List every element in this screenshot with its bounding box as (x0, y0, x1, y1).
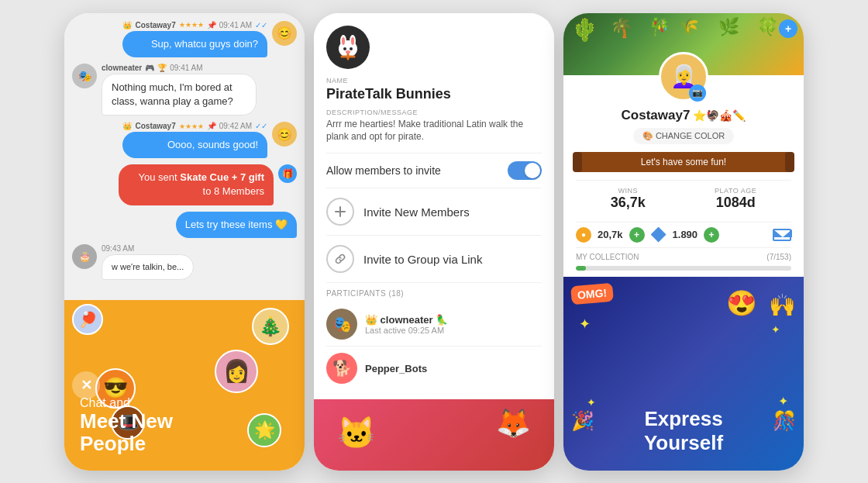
omg-sticker: OMG! (570, 282, 614, 305)
stars: ★★★★ (179, 21, 204, 29)
gift-bubble: You sent Skate Cue + 7 gift to 8 Members (119, 164, 274, 205)
avatar: 🎁 (278, 164, 297, 183)
check-icon: ✓✓ (255, 122, 267, 130)
profile-icons: ⭐🦃🎪✏️ (693, 109, 746, 122)
gem-icon (651, 227, 666, 243)
camera-badge[interactable]: 📷 (689, 85, 706, 102)
stats-row: WINS 36,7k PLATO AGE 1084d (576, 180, 791, 217)
msg-time: 09:43 AM (102, 244, 134, 253)
chat-messages[interactable]: 👑 Costaway7 ★★★★ 📌 09:41 AM ✓✓ Sup, what… (64, 13, 305, 300)
phone-2: NAME PirateTalk Bunnies DESCRIPTION/MESS… (314, 13, 554, 471)
phone1-content: 👑 Costaway7 ★★★★ 📌 09:41 AM ✓✓ Sup, what… (64, 13, 305, 471)
check-icon: ✓✓ (255, 21, 267, 29)
allow-members-toggle[interactable] (508, 161, 542, 180)
msg-time: 09:41 AM (170, 64, 202, 72)
collection-row: MY COLLECTION (7/153) (576, 247, 791, 266)
allow-members-label: Allow members to invite (326, 164, 441, 177)
message-row: 🎂 09:43 AM w we're talkin, be... (72, 244, 297, 280)
pin-icon: 📌 (207, 21, 216, 29)
avatar: 😊 (272, 21, 297, 46)
currency-row: ● 20,7k + 1.890 + (576, 222, 791, 247)
scroll-banner: Let's have some fun! (576, 152, 791, 172)
avatar: 🎂 (72, 244, 97, 269)
stars: ★★★★ (179, 122, 204, 130)
icon2: 🏆 (157, 64, 167, 72)
group-description: Arrr me hearties! Make traditional Latin… (326, 118, 542, 144)
promo-line1: Express (563, 407, 804, 431)
wins-label: WINS (611, 187, 646, 195)
message-bubble: Nothing much, I'm bored at class, wanna … (102, 74, 257, 116)
phone3-bottom: OMG! 😍 🙌 🎉 🎊 ✦ ✦ ✦ ✦ Express Yourself (563, 277, 804, 471)
banner-deco6: 🍀 (757, 17, 778, 37)
participant-avatar-2: 🐕 (326, 353, 357, 384)
phone-3: 🌵 🌴 🎋 🌾 🌿 🍀 + 👩‍🦳 📷 Costaway7 ⭐🦃🎪✏️ (563, 13, 804, 471)
close-button[interactable]: ✕ (72, 371, 100, 399)
participant-status: Last active 09:25 AM (365, 326, 448, 335)
sticker-cat: 🐱 (337, 415, 376, 451)
participant-avatar: 🎭 (326, 309, 357, 340)
collection-count: (7/153) (766, 253, 791, 261)
banner-deco: 🌵 (571, 17, 598, 43)
crown-icon: 👑 (122, 122, 132, 130)
banner-deco4: 🌾 (680, 17, 699, 36)
username: Costaway7 (622, 108, 691, 123)
avatar: 🏓 (72, 304, 103, 335)
participant-name-2: Pepper_Bots (365, 363, 427, 374)
love-emoji: 😍 (726, 288, 757, 318)
avatar: 🌟 (247, 413, 281, 447)
link-icon-circle (326, 245, 354, 273)
hands-emoji: 🙌 (769, 292, 796, 318)
sticker-fox: 🦊 (496, 407, 531, 440)
invite-link-label: Invite to Group via Link (363, 253, 482, 266)
phone2-content: NAME PirateTalk Bunnies DESCRIPTION/MESS… (314, 13, 554, 471)
sender-name: Costaway7 (135, 21, 175, 29)
phones-container: 👑 Costaway7 ★★★★ 📌 09:41 AM ✓✓ Sup, what… (64, 13, 804, 471)
mail-icon[interactable] (773, 229, 791, 241)
change-color-label: 🎨 CHANGE COLOR (642, 131, 725, 141)
parrot-icon: 🦜 (436, 314, 448, 326)
message-row: 🎭 clowneater 🎮 🏆 09:41 AM Nothing much, … (72, 64, 297, 116)
banner-deco2: 🌴 (610, 17, 633, 39)
message-row: Lets try these items 💛 (72, 212, 297, 238)
invite-new-members-row[interactable]: Invite New Members (326, 188, 542, 235)
participant-row-2: 🐕 Pepper_Bots (326, 347, 542, 390)
collection-label: MY COLLECTION (576, 253, 639, 261)
crown-icon: 👑 (365, 314, 377, 326)
promo-line1: Chat and (80, 396, 173, 410)
group-name-label: NAME (326, 77, 542, 85)
svg-point-7 (346, 50, 350, 53)
participants-header: PARTICIPANTS (18) (326, 282, 542, 302)
plus-button[interactable]: + (779, 19, 797, 38)
group-desc-label: DESCRIPTION/MESSAGE (326, 109, 542, 116)
stat-wins: WINS 36,7k (611, 187, 646, 211)
crown-icon: 👑 (122, 21, 132, 29)
participant-row: 🎭 👑 clowneater 🦜 Last active 09:25 AM (326, 302, 542, 346)
icon1: 🎮 (145, 64, 154, 72)
wins-value: 36,7k (611, 195, 646, 211)
pin-icon: 📌 (207, 122, 216, 130)
gem-value: 1.890 (673, 229, 698, 240)
message-row: 👑 Costaway7 ★★★★ 📌 09:42 AM ✓✓ Oooo, sou… (72, 122, 297, 158)
chat-promo-text: Chat and Meet New People (80, 396, 173, 454)
promo-line2: Meet New People (80, 410, 173, 454)
age-label: PLATO AGE (715, 187, 756, 195)
coin-add-button[interactable]: + (629, 227, 645, 243)
gem-add-button[interactable]: + (704, 227, 719, 243)
star-tr: ✦ (771, 323, 780, 336)
message-bubble: Lets try these items 💛 (176, 212, 297, 238)
message-bubble: w we're talkin, be... (102, 254, 194, 280)
phone2-bottom: 🐱 🦊 ❤️ 💪 Create Group Chats (314, 399, 554, 470)
invite-link-row[interactable]: Invite to Group via Link (326, 235, 542, 282)
coin-value: 20,7k (598, 229, 623, 240)
collection-progress-bar (576, 266, 791, 271)
participant-info-2: Pepper_Bots (365, 363, 427, 374)
banner-deco5: 🌿 (718, 17, 739, 37)
age-value: 1084d (715, 195, 756, 211)
change-color-button[interactable]: 🎨 CHANGE COLOR (633, 128, 734, 144)
group-icon (326, 26, 370, 69)
coin-icon: ● (576, 227, 591, 243)
profile-avatar-wrap: 👩‍🦳 📷 (576, 52, 791, 102)
avatar: 🎭 (72, 64, 97, 88)
phone3-promo-text: Express Yourself (563, 407, 804, 455)
avatar: 😊 (272, 122, 297, 147)
